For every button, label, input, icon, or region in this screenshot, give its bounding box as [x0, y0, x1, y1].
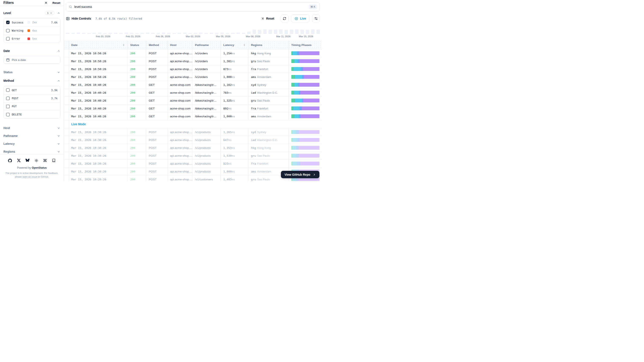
column-header-indicator[interactable]	[64, 41, 68, 50]
timeline-bar[interactable]	[311, 30, 314, 34]
timeline-bar[interactable]	[108, 33, 112, 34]
timeline-bar[interactable]	[258, 30, 261, 34]
log-row[interactable]: Mar 15, 2026 10:30:26200POSTapi.acme-sho…	[64, 136, 322, 144]
timeline-bar[interactable]	[274, 30, 277, 34]
timeline-bar[interactable]	[77, 32, 80, 34]
timeline-bar[interactable]	[87, 33, 91, 34]
column-header-method[interactable]: Method	[146, 41, 168, 50]
timeline-bar[interactable]	[194, 33, 197, 34]
timeline-bar[interactable]	[306, 30, 309, 34]
log-row[interactable]: Mar 15, 2026 10:30:26200POSTapi.acme-sho…	[64, 144, 322, 152]
docs-book-icon[interactable]	[52, 159, 56, 162]
timeline-bar[interactable]	[93, 33, 96, 34]
section-regions-header[interactable]: Regions	[4, 149, 60, 154]
log-row[interactable]: Mar 15, 2026 10:40:26200GETacme-shop.com…	[64, 89, 322, 97]
column-header-status[interactable]: Status	[128, 41, 146, 50]
log-row[interactable]: Mar 15, 2026 10:40:26200GETacme-shop.com…	[64, 104, 322, 112]
timeline-bar[interactable]	[162, 32, 165, 34]
log-row[interactable]: Mar 15, 2026 10:40:26200GETacme-shop.com…	[64, 97, 322, 104]
timeline-bar[interactable]	[135, 33, 139, 34]
section-latency-header[interactable]: Latency	[4, 141, 60, 146]
filter-option-success[interactable]: Success2xx7.6k	[4, 18, 60, 26]
column-header-timing[interactable]: Timing Phases	[288, 41, 322, 50]
timeline-bar[interactable]	[178, 33, 181, 34]
checkbox[interactable]	[6, 37, 10, 40]
timeline-bar[interactable]	[98, 32, 101, 34]
timeline-bar[interactable]	[290, 30, 293, 34]
checkbox[interactable]	[6, 21, 10, 24]
section-level-header[interactable]: Level 1	[4, 10, 60, 16]
section-pathname-header[interactable]: Pathname	[4, 133, 60, 138]
timeline-bar[interactable]	[140, 33, 144, 34]
filter-option-post[interactable]: POST3.7k	[4, 94, 60, 102]
filters-reset-button[interactable]: Reset	[52, 1, 60, 4]
date-picker-input[interactable]: Pick a date	[4, 56, 60, 64]
x-twitter-icon[interactable]	[17, 159, 21, 162]
timeline-bar[interactable]	[263, 30, 267, 34]
column-header-host[interactable]: Host	[168, 41, 192, 50]
log-row[interactable]: Mar 15, 2026 10:50:26200POSTapi.acme-sho…	[64, 65, 322, 73]
close-filters-button[interactable]	[44, 1, 48, 4]
log-row[interactable]: Mar 15, 2026 10:30:26200POSTapi.acme-sho…	[64, 152, 322, 160]
view-settings-button[interactable]	[312, 15, 320, 22]
column-header-date[interactable]: Date	[68, 41, 128, 50]
checkbox[interactable]	[6, 88, 10, 92]
timeline-bar[interactable]	[114, 33, 117, 34]
timeline-bar[interactable]	[252, 30, 256, 34]
live-mode-label[interactable]: Live Mode	[71, 122, 86, 126]
level-filter-badge[interactable]: 1	[45, 11, 54, 15]
log-row[interactable]: Mar 15, 2026 10:40:26200GETacme-shop.com…	[64, 112, 322, 120]
timeline-bar[interactable]	[268, 30, 272, 34]
clear-filter-icon[interactable]	[50, 12, 52, 14]
timeline-bar[interactable]	[156, 33, 160, 34]
section-date-header[interactable]: Date	[4, 48, 60, 54]
log-row[interactable]: Mar 15, 2026 10:50:26200POSTapi.acme-sho…	[64, 50, 322, 57]
timeline-bar[interactable]	[188, 33, 192, 34]
timeline-bar[interactable]	[210, 33, 213, 34]
checkbox[interactable]	[6, 97, 10, 100]
filter-option-delete[interactable]: DELETE	[4, 110, 60, 118]
timeline-bar[interactable]	[279, 30, 282, 34]
github-icon[interactable]	[8, 159, 12, 162]
search-input[interactable]	[74, 5, 307, 8]
filter-option-warning[interactable]: Warning4xx	[4, 26, 60, 34]
filter-option-get[interactable]: GET3.9k	[4, 86, 60, 94]
bluesky-icon[interactable]	[26, 159, 30, 162]
log-row[interactable]: Mar 15, 2026 10:40:26200GETacme-shop.com…	[64, 81, 322, 89]
timeline-bar[interactable]	[295, 30, 298, 34]
timeline-bar[interactable]	[247, 32, 251, 34]
timeline-bar[interactable]	[151, 33, 154, 34]
timeline-bar[interactable]	[236, 32, 240, 34]
hide-controls-button[interactable]: Hide Controls	[66, 17, 91, 20]
log-row[interactable]: Mar 15, 2026 10:50:26200POSTapi.acme-sho…	[64, 57, 322, 65]
timeline-bar[interactable]	[146, 32, 149, 34]
timeline-bar[interactable]	[103, 33, 107, 34]
section-host-header[interactable]: Host	[4, 126, 60, 130]
openstatus-link[interactable]: OpenStatus	[32, 166, 47, 169]
column-header-regions[interactable]: Regions	[248, 41, 288, 50]
live-mode-button[interactable]: Live	[291, 15, 310, 22]
filter-option-put[interactable]: PUT	[4, 102, 60, 110]
timeline-bar[interactable]	[231, 33, 234, 34]
checkbox[interactable]	[6, 105, 10, 108]
timeline-bar[interactable]	[215, 33, 218, 34]
column-header-pathname[interactable]: Pathname	[192, 41, 221, 50]
timeline-bar[interactable]	[66, 33, 70, 34]
timeline-bar[interactable]	[204, 33, 208, 34]
theme-sun-icon[interactable]	[34, 159, 38, 162]
timeline-bar[interactable]	[172, 33, 176, 34]
timeline-bar[interactable]	[82, 33, 86, 34]
refresh-button[interactable]	[281, 15, 288, 22]
log-row[interactable]: Mar 15, 2026 10:30:26200POSTapi.acme-sho…	[64, 160, 322, 168]
log-row[interactable]: Mar 15, 2026 10:30:26200POSTapi.acme-sho…	[64, 128, 322, 136]
timeline-bar[interactable]	[226, 33, 229, 34]
checkbox[interactable]	[6, 113, 10, 116]
live-mode-row[interactable]: Live Mode	[64, 120, 322, 128]
column-header-latency[interactable]: Latency	[221, 41, 248, 50]
view-github-repo-button[interactable]: View GitHub Repo	[281, 171, 320, 178]
timeline-bar[interactable]	[124, 32, 128, 34]
filter-option-error[interactable]: Error5xx	[4, 34, 60, 42]
timeline-bar[interactable]	[284, 30, 288, 34]
command-icon[interactable]	[43, 159, 47, 162]
table-reset-button[interactable]: Reset	[261, 17, 274, 20]
